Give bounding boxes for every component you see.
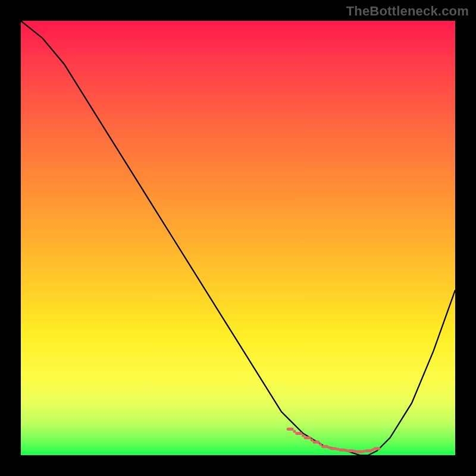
valley-marker [304,436,311,439]
valley-marker-dot [302,434,305,437]
valley-marker [312,441,320,444]
valley-marker [365,449,372,452]
bottleneck-curve-svg [21,21,455,455]
valley-marker [321,445,328,448]
plot-area [21,21,455,455]
valley-marker [356,450,363,453]
valley-marker [374,447,381,450]
bottleneck-curve-path [21,21,455,455]
valley-marker [287,428,294,431]
valley-marker-dot [293,430,296,433]
valley-marker [330,447,337,450]
valley-marker [339,449,346,452]
valley-marker-dot [311,439,314,441]
watermark-text: TheBottleneck.com [346,4,469,19]
chart-frame: TheBottleneck.com [0,0,476,476]
valley-marker [347,449,355,452]
valley-marker-dot [319,443,322,446]
valley-marker [295,432,302,435]
